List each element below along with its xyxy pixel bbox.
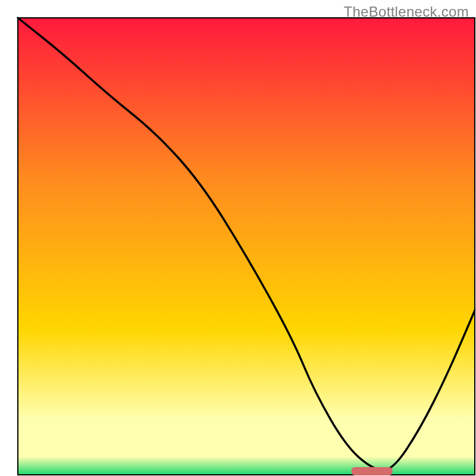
plot-background — [18, 18, 475, 475]
watermark-text: TheBottleneck.com — [343, 4, 469, 20]
minimum-marker — [352, 467, 393, 475]
chart-stage: TheBottleneck.com — [0, 0, 476, 476]
bottleneck-chart — [0, 0, 476, 476]
